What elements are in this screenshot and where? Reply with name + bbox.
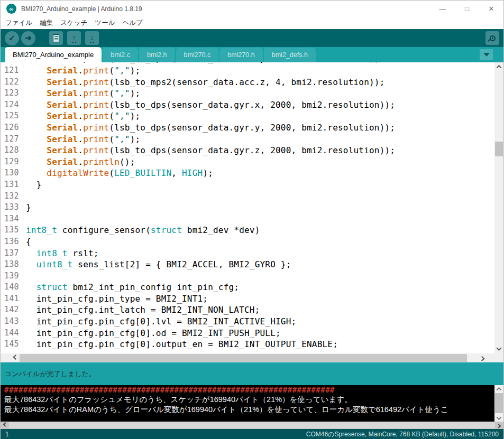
code-line-145[interactable]: 145 int_pin_cfg.pin_cfg[0].output_en = B…	[1, 339, 503, 350]
code-line-140[interactable]: 140 struct bmi2_int_pin_config int_pin_c…	[1, 282, 503, 293]
code-line-139[interactable]: 139	[1, 270, 503, 282]
code-line-137[interactable]: 137 int8_t rslt;	[1, 248, 503, 259]
window-title: BMI270_Arduino_example | Arduino 1.8.19	[21, 5, 142, 13]
code-line-141[interactable]: 141 int_pin_cfg.pin_type = BMI2_INT1;	[1, 293, 503, 305]
tab-BMI270_Arduino_example[interactable]: BMI270_Arduino_example	[5, 47, 102, 62]
console[interactable]: ########################################…	[1, 385, 503, 422]
code-line-136[interactable]: 136{	[1, 236, 503, 248]
open-button[interactable]: ↑	[67, 31, 81, 45]
line-indicator: 1	[5, 431, 9, 438]
menu-item-3[interactable]: ツール	[91, 18, 118, 27]
chevron-down-icon	[483, 53, 490, 57]
code-area[interactable]: Serial.print(lsb_to_mps2(sensor_data.acc…	[1, 62, 503, 353]
arrow-right-icon: ➜	[25, 33, 32, 43]
editor-hscroll-thumb[interactable]	[20, 354, 467, 362]
scroll-down-arrow[interactable]	[494, 344, 503, 353]
line-number: 142	[1, 304, 23, 316]
console-scroll-up-arrow[interactable]	[494, 385, 503, 393]
code-line-125[interactable]: 125 Serial.print(",");	[1, 110, 503, 122]
magnifier-icon	[490, 35, 496, 41]
code-line-122[interactable]: 122 Serial.print(lsb_to_mps2(sensor_data…	[1, 77, 503, 88]
code-line-144[interactable]: 144 int_pin_cfg.pin_cfg[0].od = BMI2_INT…	[1, 328, 503, 339]
scroll-up-arrow[interactable]	[494, 62, 503, 71]
tab-bmi270.h[interactable]: bmi270.h	[219, 48, 262, 62]
menu-item-4[interactable]: ヘルプ	[118, 18, 146, 27]
code-line-130[interactable]: 130 digitalWrite(LED_BUILTIN, HIGH);	[1, 167, 503, 179]
verify-button[interactable]: ✓	[5, 31, 19, 45]
code-line-143[interactable]: 143 int_pin_cfg.pin_cfg[0].lvl = BMI2_IN…	[1, 316, 503, 328]
line-number: 130	[1, 167, 23, 179]
code-text: int8_t rslt;	[23, 248, 99, 259]
code-line-129[interactable]: 129 Serial.println();	[1, 156, 503, 168]
maximize-button[interactable]: □	[455, 1, 479, 17]
code-line-126[interactable]: 126 Serial.print(lsb_to_dps(sensor_data.…	[1, 122, 503, 134]
code-line-121[interactable]: 121 Serial.print(",");	[1, 65, 503, 77]
code-text: Serial.print(lsb_to_mps2(sensor_data.acc…	[23, 77, 385, 88]
code-text: int_pin_cfg.pin_type = BMI2_INT1;	[23, 293, 208, 305]
line-number: 124	[1, 99, 23, 111]
code-line-124[interactable]: 124 Serial.print(lsb_to_dps(sensor_data.…	[1, 99, 503, 111]
board-info: COM46のSpresense, MainCore, 768 KB (Defau…	[306, 430, 499, 439]
tab-dropdown-button[interactable]	[480, 49, 493, 60]
save-button[interactable]: ↓	[85, 31, 99, 45]
code-line-135[interactable]: 135int8_t configure_sensor(struct bmi2_d…	[1, 225, 503, 236]
line-number: 127	[1, 134, 23, 145]
editor-vertical-scrollbar[interactable]	[494, 62, 503, 353]
line-number: 125	[1, 110, 23, 122]
menu-item-0[interactable]: ファイル	[2, 18, 36, 27]
code-line-123[interactable]: 123 Serial.print(",");	[1, 88, 503, 99]
serial-monitor-button[interactable]	[485, 31, 499, 45]
line-number: 133	[1, 202, 23, 213]
line-number: 135	[1, 225, 23, 236]
code-line-132[interactable]: 132	[1, 191, 503, 202]
code-text: }	[23, 202, 31, 213]
code-text: int_pin_cfg.int_latch = BMI2_INT_NON_LAT…	[23, 304, 260, 316]
console-scroll-down-arrow[interactable]	[494, 414, 503, 422]
code-text: Serial.print(",");	[23, 88, 140, 99]
line-number: 138	[1, 259, 23, 270]
line-number: 134	[1, 213, 23, 225]
tab-bmi2.h[interactable]: bmi2.h	[139, 48, 175, 62]
line-number: 141	[1, 293, 23, 305]
scroll-right-arrow[interactable]	[478, 353, 486, 362]
upload-button[interactable]: ➜	[21, 31, 35, 45]
menu-item-1[interactable]: 編集	[36, 18, 57, 27]
code-line-138[interactable]: 138 uint8_t sens_list[2] = { BMI2_ACCEL,…	[1, 259, 503, 270]
line-number: 145	[1, 339, 23, 350]
code-text: }	[23, 179, 42, 191]
line-number: 132	[1, 191, 23, 202]
toolbar: ✓ ➜ ↑ ↓	[1, 29, 503, 47]
tab-bmi270.c[interactable]: bmi270.c	[176, 48, 219, 62]
code-text: Serial.println();	[23, 156, 135, 168]
code-line-142[interactable]: 142 int_pin_cfg.int_latch = BMI2_INT_NON…	[1, 304, 503, 316]
console-line-0: ########################################…	[4, 386, 495, 395]
console-scroll-right-arrow[interactable]	[495, 422, 502, 429]
line-number: 129	[1, 156, 23, 168]
code-text: digitalWrite(LED_BUILTIN, HIGH);	[23, 167, 213, 179]
minimize-button[interactable]: —	[430, 1, 455, 17]
code-text: int_pin_cfg.pin_cfg[0].lvl = BMI2_INT_AC…	[23, 316, 296, 328]
console-line-1: 最大786432バイトのフラッシュメモリのうち、スケッチが169940バイト（2…	[4, 395, 495, 405]
scrollbar-corner	[494, 353, 503, 362]
editor[interactable]: Serial.print(lsb_to_mps2(sensor_data.acc…	[1, 62, 503, 362]
line-number: 137	[1, 248, 23, 259]
console-output: ########################################…	[4, 386, 495, 414]
scroll-left-arrow[interactable]	[11, 353, 20, 362]
code-line-133[interactable]: 133}	[1, 202, 503, 213]
console-hscroll-thumb[interactable]	[9, 422, 495, 428]
console-scroll-left-arrow[interactable]	[2, 422, 9, 429]
new-sketch-button[interactable]	[49, 31, 63, 45]
tab-bmi2.c[interactable]: bmi2.c	[103, 48, 138, 62]
console-horizontal-scrollbar[interactable]	[1, 422, 503, 429]
close-button[interactable]: ✕	[479, 1, 503, 17]
console-vscroll-thumb[interactable]	[495, 393, 503, 413]
menu-item-2[interactable]: スケッチ	[57, 18, 91, 27]
code-line-131[interactable]: 131 }	[1, 179, 503, 191]
tab-bmi2_defs.h[interactable]: bmi2_defs.h	[264, 48, 316, 62]
code-line-134[interactable]: 134	[1, 213, 503, 225]
code-line-128[interactable]: 128 Serial.print(lsb_to_dps(sensor_data.…	[1, 145, 503, 156]
code-line-127[interactable]: 127 Serial.print(",");	[1, 134, 503, 145]
editor-horizontal-scrollbar[interactable]	[1, 353, 496, 362]
editor-vscroll-thumb[interactable]	[495, 142, 503, 156]
console-vertical-scrollbar[interactable]	[494, 385, 503, 422]
